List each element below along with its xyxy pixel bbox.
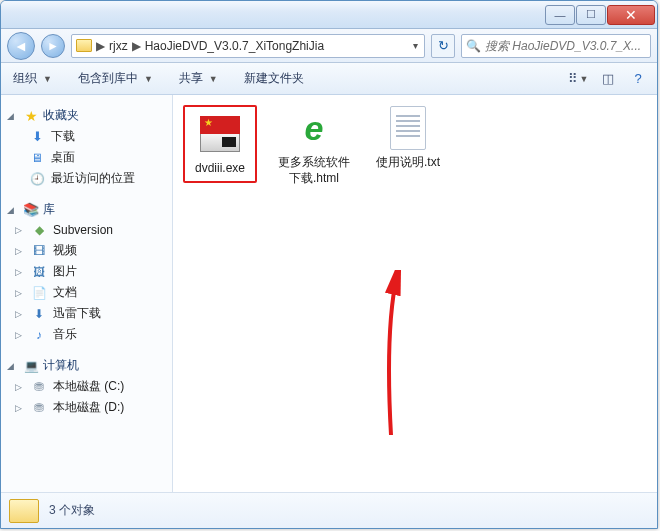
documents-icon: 📄 [31, 285, 47, 301]
music-icon: ♪ [31, 327, 47, 343]
sidebar-item-subversion[interactable]: ▷◆Subversion [1, 220, 172, 240]
help-button[interactable]: ? [625, 68, 651, 90]
annotation-arrow-icon [383, 270, 423, 440]
sidebar-item-drive-c[interactable]: ▷⛃本地磁盘 (C:) [1, 376, 172, 397]
status-bar: 3 个对象 [1, 492, 657, 528]
exe-icon [197, 111, 243, 157]
library-icon: 📚 [23, 202, 39, 218]
breadcrumb[interactable]: ▶ rjxz ▶ HaoJieDVD_V3.0.7_XiTongZhiJia ▾ [71, 34, 425, 58]
download-icon: ⬇ [29, 129, 45, 145]
file-list[interactable]: dvdiii.exe e 更多系统软件下载.html 使用说明.txt [173, 95, 657, 492]
sidebar-item-drive-d[interactable]: ▷⛃本地磁盘 (D:) [1, 397, 172, 418]
desktop-icon: 🖥 [29, 150, 45, 166]
include-in-library-menu[interactable]: 包含到库中▼ [72, 68, 159, 89]
file-name: 使用说明.txt [376, 155, 440, 171]
sidebar-item-recent[interactable]: 🕘最近访问的位置 [1, 168, 172, 189]
folder-icon [9, 499, 39, 523]
breadcrumb-sep: ▶ [96, 39, 105, 53]
preview-pane-button[interactable]: ◫ [595, 68, 621, 90]
html-icon: e [291, 105, 337, 151]
close-button[interactable]: ✕ [607, 5, 655, 25]
star-icon: ★ [23, 108, 39, 124]
file-item-html[interactable]: e 更多系统软件下载.html [277, 105, 351, 186]
new-folder-button[interactable]: 新建文件夹 [238, 68, 310, 89]
drive-icon: ⛃ [31, 379, 47, 395]
status-text: 3 个对象 [49, 502, 95, 519]
minimize-button[interactable]: — [545, 5, 575, 25]
search-input[interactable] [485, 39, 646, 53]
search-icon: 🔍 [466, 39, 481, 53]
explorer-window: — ☐ ✕ ◄ ► ▶ rjxz ▶ HaoJieDVD_V3.0.7_XiTo… [0, 0, 658, 529]
breadcrumb-sep: ▶ [132, 39, 141, 53]
favorites-header[interactable]: ◢★ 收藏夹 [1, 105, 172, 126]
pictures-icon: 🖼 [31, 264, 47, 280]
breadcrumb-dropdown[interactable]: ▾ [411, 40, 420, 51]
file-name: dvdiii.exe [195, 161, 245, 177]
address-bar: ◄ ► ▶ rjxz ▶ HaoJieDVD_V3.0.7_XiTongZhiJ… [1, 29, 657, 63]
organize-menu[interactable]: 组织▼ [7, 68, 58, 89]
sidebar-item-pictures[interactable]: ▷🖼图片 [1, 261, 172, 282]
thunder-icon: ⬇ [31, 306, 47, 322]
refresh-button[interactable]: ↻ [431, 34, 455, 58]
libraries-header[interactable]: ◢📚 库 [1, 199, 172, 220]
sidebar-item-thunder[interactable]: ▷⬇迅雷下载 [1, 303, 172, 324]
sidebar-item-videos[interactable]: ▷🎞视频 [1, 240, 172, 261]
view-options-button[interactable]: ⠿▼ [565, 68, 591, 90]
share-menu[interactable]: 共享▼ [173, 68, 224, 89]
nav-forward-button[interactable]: ► [41, 34, 65, 58]
maximize-button[interactable]: ☐ [576, 5, 606, 25]
svn-icon: ◆ [31, 222, 47, 238]
breadcrumb-item[interactable]: HaoJieDVD_V3.0.7_XiTongZhiJia [145, 39, 324, 53]
content-area: ◢★ 收藏夹 ⬇下载 🖥桌面 🕘最近访问的位置 ◢📚 库 ▷◆Subversio… [1, 95, 657, 492]
file-item-exe[interactable]: dvdiii.exe [183, 105, 257, 183]
video-icon: 🎞 [31, 243, 47, 259]
breadcrumb-item[interactable]: rjxz [109, 39, 128, 53]
nav-tree: ◢★ 收藏夹 ⬇下载 🖥桌面 🕘最近访问的位置 ◢📚 库 ▷◆Subversio… [1, 95, 173, 492]
sidebar-item-downloads[interactable]: ⬇下载 [1, 126, 172, 147]
computer-icon: 💻 [23, 358, 39, 374]
sidebar-item-music[interactable]: ▷♪音乐 [1, 324, 172, 345]
file-item-txt[interactable]: 使用说明.txt [371, 105, 445, 171]
file-name: 更多系统软件下载.html [277, 155, 351, 186]
folder-icon [76, 39, 92, 52]
toolbar: 组织▼ 包含到库中▼ 共享▼ 新建文件夹 ⠿▼ ◫ ? [1, 63, 657, 95]
sidebar-item-documents[interactable]: ▷📄文档 [1, 282, 172, 303]
recent-icon: 🕘 [29, 171, 45, 187]
txt-icon [385, 105, 431, 151]
titlebar: — ☐ ✕ [1, 1, 657, 29]
window-controls: — ☐ ✕ [545, 5, 655, 25]
search-box[interactable]: 🔍 [461, 34, 651, 58]
sidebar-item-desktop[interactable]: 🖥桌面 [1, 147, 172, 168]
nav-back-button[interactable]: ◄ [7, 32, 35, 60]
computer-header[interactable]: ◢💻 计算机 [1, 355, 172, 376]
drive-icon: ⛃ [31, 400, 47, 416]
